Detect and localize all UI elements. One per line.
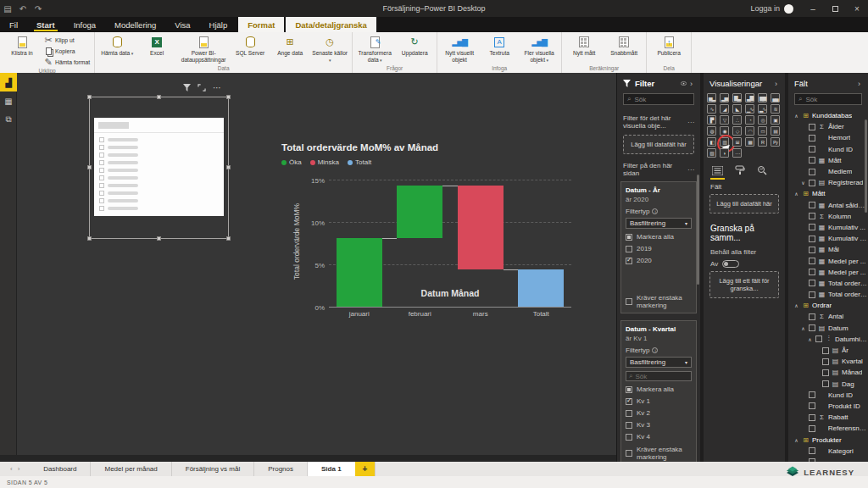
collapse-pane-icon[interactable]: › (773, 80, 779, 88)
menu-tab-hjälp[interactable]: Hjälp (200, 17, 237, 32)
checkbox-ind[interactable] (626, 234, 632, 241)
legend-item[interactable]: Totalt (348, 158, 371, 166)
table-icon[interactable]: ⊞ (732, 137, 742, 147)
ribbon-button[interactable]: SQL Server (231, 34, 270, 57)
keep-filters-toggle[interactable] (722, 260, 739, 268)
next-page-icon[interactable]: › (18, 465, 20, 473)
fields-pane-scrollbar[interactable] (865, 119, 867, 213)
card-icon[interactable]: ▭ (758, 126, 767, 136)
eye-icon[interactable] (679, 80, 688, 86)
stacked-bar-chart-icon[interactable]: ▅▂ (707, 93, 716, 103)
ribbon-button[interactable]: Nytt mått (565, 34, 604, 57)
collapse-icon[interactable]: ∧ (793, 191, 799, 197)
field-checkbox[interactable] (809, 291, 815, 298)
report-view-button[interactable]: ▟ (0, 73, 17, 92)
filter-value-item[interactable]: Kv 3 (626, 421, 692, 429)
collapse-icon[interactable]: ∧ (793, 437, 799, 443)
waterfall-chart-visual[interactable]: Total ordervärde MoM% av Månad ÖkaMinska… (280, 142, 576, 339)
scatter-chart-icon[interactable]: ∴ (732, 115, 742, 125)
waterfall-chart-icon[interactable]: ▛ (707, 115, 716, 125)
minimize-button[interactable]: – (802, 0, 824, 17)
paginated-report-icon[interactable]: ▧ (707, 148, 716, 158)
menu-tab-contextual[interactable]: Data/detaljgranska (286, 17, 376, 32)
field-item[interactable]: ▦Total orderv... (788, 289, 868, 300)
save-icon[interactable]: ▤ (0, 4, 15, 14)
field-checkbox[interactable] (815, 336, 822, 342)
menu-tab-infoga[interactable]: Infoga (64, 17, 105, 32)
checkbox-unchecked[interactable] (626, 450, 632, 457)
ribbon-button[interactable]: XExcel (137, 34, 176, 57)
resize-handle[interactable] (226, 165, 231, 169)
field-item[interactable]: ▤Månad (788, 367, 868, 378)
legend-item[interactable]: Minska (310, 158, 339, 166)
field-checkbox[interactable] (809, 202, 815, 208)
field-item[interactable]: ΣAntal (788, 311, 868, 322)
field-item[interactable]: Kategori (788, 446, 868, 457)
checkbox-unchecked[interactable] (626, 410, 632, 417)
focus-mode-icon[interactable] (198, 84, 206, 92)
collapse-icon[interactable]: ∧ (800, 325, 806, 331)
checkbox-checked[interactable] (626, 258, 632, 264)
menu-tab-contextual[interactable]: Format (238, 17, 284, 32)
collapse-pane-icon[interactable]: › (688, 80, 694, 88)
ribbon-button[interactable]: Hämta data ▾ (97, 34, 136, 57)
field-item[interactable]: ▦Total orderv... (788, 278, 868, 289)
clustered-bar-chart-icon[interactable]: ▇▃ (732, 93, 742, 103)
menu-tab-modellering[interactable]: Modellering (105, 17, 165, 32)
field-table-mått[interactable]: ∧⊞Mått (788, 188, 868, 199)
100-stacked-bar-chart-icon[interactable]: ▆▆ (758, 93, 767, 103)
page-tab-sida-1[interactable]: Sida 1 (308, 462, 355, 476)
field-item[interactable]: Kund ID (788, 390, 868, 401)
filter-value-item[interactable]: Markera alla (626, 233, 692, 241)
collapse-pane-icon[interactable]: › (856, 80, 862, 88)
resize-handle[interactable] (87, 236, 92, 241)
donut-chart-icon[interactable]: ◎ (758, 115, 767, 125)
ribbon-button[interactable]: Snabbmått (604, 34, 643, 57)
filter-value-item[interactable]: Kv 4 (626, 433, 692, 441)
field-checkbox[interactable] (809, 425, 815, 432)
ribbon-button[interactable]: ⊞Ange data (270, 34, 309, 57)
field-checkbox[interactable] (809, 280, 815, 286)
field-table-ordrar[interactable]: ∧⊞Ordrar (788, 300, 868, 311)
ribbon-button[interactable]: ✂Klipp ut (42, 36, 92, 45)
field-table-produkter[interactable]: ∧⊞Produkter (788, 434, 868, 445)
treemap-icon[interactable]: ▣ (771, 115, 780, 125)
field-item[interactable]: ΣÅlder (788, 121, 868, 132)
tab-analytics[interactable] (757, 165, 767, 180)
section-more-options-icon[interactable]: ⋯ (687, 166, 694, 174)
filtertype-dropdown[interactable]: Basfiltrering▾ (626, 357, 692, 368)
field-item[interactable]: ▦Kumulativ ... (788, 222, 868, 233)
visual-filter-dropzone[interactable]: Lägg till datafält här (623, 135, 694, 154)
field-item[interactable]: ΣRabatt (788, 412, 868, 423)
kpi-icon[interactable]: ◧ (707, 137, 716, 147)
checkbox-ind[interactable] (626, 386, 632, 393)
selected-slicer-visual[interactable] (89, 97, 229, 239)
waterfall-bar-februari[interactable] (397, 186, 442, 238)
line-chart-icon[interactable]: ∿ (707, 104, 716, 114)
checkbox-checked[interactable] (626, 398, 632, 405)
field-item[interactable]: ∨▤Registrerad (788, 177, 868, 188)
resize-handle[interactable] (226, 95, 231, 99)
ribbon-button[interactable]: ◷Senaste källor ▾ (310, 34, 349, 64)
field-item[interactable]: Hemort (788, 132, 868, 143)
prev-page-icon[interactable]: ‹ (10, 465, 13, 473)
model-view-button[interactable]: ⧉ (0, 110, 17, 129)
ribbon-button[interactable]: ↑Publicera (649, 34, 688, 57)
field-checkbox[interactable] (809, 258, 815, 264)
filter-search-input[interactable]: ⌕ Sök (623, 93, 694, 105)
field-checkbox[interactable] (822, 380, 829, 387)
restore-button[interactable] (824, 0, 846, 17)
field-item[interactable]: ▤År (788, 345, 868, 356)
ribbon-button[interactable]: Kopiera (42, 47, 92, 56)
field-item[interactable]: ∧⫶Datumhie... (788, 334, 868, 345)
field-table-kunddatabas[interactable]: ∧⊞Kunddatabas (788, 110, 868, 121)
matrix-icon[interactable]: ▦ (745, 137, 754, 147)
resize-handle[interactable] (87, 165, 92, 169)
field-checkbox[interactable] (809, 236, 815, 242)
field-checkbox[interactable] (809, 414, 815, 421)
resize-handle[interactable] (157, 236, 161, 241)
page-tab-prognos[interactable]: Prognos (254, 462, 308, 476)
menu-tab-visa[interactable]: Visa (165, 17, 199, 32)
line-and-stacked-column-chart-icon[interactable]: ▁∿ (745, 104, 754, 114)
field-checkbox[interactable] (809, 247, 815, 253)
